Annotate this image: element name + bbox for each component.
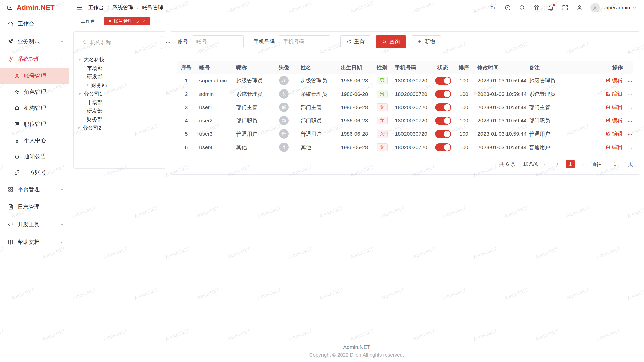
cell-nickname: 超级管理员 bbox=[233, 74, 270, 87]
notification-badge bbox=[553, 4, 555, 6]
status-toggle[interactable] bbox=[435, 77, 451, 85]
search-button[interactable]: 查询 bbox=[376, 35, 406, 48]
tab-refresh-icon[interactable] bbox=[135, 19, 139, 23]
edit-button[interactable]: 编辑 bbox=[606, 104, 623, 111]
tree-node[interactable]: 分公司1 bbox=[78, 89, 161, 98]
sidebar-item-profile[interactable]: 个人中心 bbox=[0, 132, 69, 148]
font-size-icon[interactable]: Tt bbox=[490, 4, 497, 11]
sidebar-item-org[interactable]: 机构管理 bbox=[0, 100, 69, 116]
sidebar-item-label: 职位管理 bbox=[24, 120, 46, 128]
edit-button[interactable]: 编辑 bbox=[606, 90, 623, 97]
sidebar-item-account[interactable]: 账号管理 bbox=[0, 68, 69, 84]
tree-node[interactable]: 研发部 bbox=[78, 107, 161, 115]
reset-button[interactable]: 重置 bbox=[340, 35, 371, 48]
cell-phone: 18020030720 bbox=[391, 74, 432, 87]
cell-account: user3 bbox=[196, 127, 233, 141]
cell-gender: 女 bbox=[373, 141, 391, 154]
sidebar-item-system[interactable]: 系统管理 bbox=[0, 50, 69, 68]
org-search-input[interactable] bbox=[90, 39, 158, 46]
more-actions-icon[interactable] bbox=[627, 145, 633, 151]
more-actions-icon[interactable] bbox=[627, 92, 633, 98]
caret-down-icon[interactable] bbox=[78, 59, 81, 61]
sidebar-item-logs[interactable]: 日志管理 bbox=[0, 198, 69, 216]
phone-input[interactable] bbox=[279, 35, 330, 48]
sidebar-item-role[interactable]: 角色管理 bbox=[0, 84, 69, 100]
cell-phone: 18020030720 bbox=[391, 141, 432, 154]
next-page-button[interactable] bbox=[579, 160, 587, 168]
breadcrumb-item[interactable]: 系统管理 bbox=[112, 4, 134, 11]
sidebar-item-label: 个人中心 bbox=[24, 137, 46, 144]
sidebar-item-platform[interactable]: 平台管理 bbox=[0, 180, 69, 198]
status-toggle[interactable] bbox=[435, 90, 451, 98]
column-header: 账号 bbox=[196, 61, 233, 74]
edit-button[interactable]: 编辑 bbox=[606, 144, 623, 151]
more-actions-icon[interactable] bbox=[627, 79, 633, 84]
caret-right-icon[interactable] bbox=[87, 84, 89, 87]
tree-node[interactable]: 市场部 bbox=[78, 98, 161, 107]
search-icon[interactable] bbox=[519, 4, 526, 11]
tab-active[interactable]: 账号管理 bbox=[104, 17, 150, 25]
sidebar-item-third-party[interactable]: 三方账号 bbox=[0, 164, 69, 180]
breadcrumb-item[interactable]: 工作台 bbox=[88, 4, 104, 11]
profile-icon[interactable] bbox=[576, 4, 583, 11]
chevron-right-icon bbox=[581, 162, 585, 166]
doc-icon bbox=[8, 204, 14, 210]
column-header: 手机号码 bbox=[391, 61, 432, 74]
column-header: 备注 bbox=[526, 61, 602, 74]
tree-node[interactable]: 研发部 bbox=[78, 72, 161, 81]
page-number-button[interactable]: 1 bbox=[566, 160, 575, 168]
gender-tag: 女 bbox=[377, 103, 388, 111]
edit-button[interactable]: 编辑 bbox=[606, 77, 623, 84]
caret-right-icon[interactable] bbox=[78, 126, 80, 129]
cell-index: 2 bbox=[177, 87, 196, 101]
sidebar-item-notice[interactable]: 通知公告 bbox=[0, 148, 69, 164]
page-size-select[interactable]: 10条/页 bbox=[520, 159, 549, 170]
cell-birthdate: 1986-06-28 bbox=[337, 101, 373, 114]
status-toggle[interactable] bbox=[435, 117, 451, 125]
status-toggle[interactable] bbox=[435, 130, 451, 138]
edit-label: 编辑 bbox=[612, 104, 623, 111]
sidebar-item-biz-test[interactable]: 业务测试 bbox=[0, 33, 69, 50]
sidebar-item-workbench[interactable]: 工作台 bbox=[0, 15, 69, 33]
edit-button[interactable]: 编辑 bbox=[606, 130, 623, 137]
sidebar-item-help[interactable]: 帮助文档 bbox=[0, 233, 69, 251]
caret-down-icon[interactable] bbox=[78, 93, 81, 95]
footer: Admin.NET Copyright © 2022 Dilon All rig… bbox=[69, 340, 644, 362]
account-input[interactable] bbox=[192, 35, 244, 48]
edit-button[interactable]: 编辑 bbox=[606, 117, 623, 124]
add-button[interactable]: 新增 bbox=[411, 35, 441, 48]
sidebar-item-position[interactable]: 职位管理 bbox=[0, 116, 69, 132]
more-actions-icon[interactable] bbox=[627, 132, 633, 138]
tree-node[interactable]: 财务部 bbox=[78, 81, 161, 89]
user-menu[interactable]: superadmin bbox=[590, 3, 636, 12]
theme-icon[interactable] bbox=[533, 4, 540, 11]
sidebar-item-devtools[interactable]: 开发工具 bbox=[0, 216, 69, 233]
more-actions-icon[interactable] bbox=[627, 119, 633, 124]
cell-account: user1 bbox=[196, 101, 233, 114]
org-tree-panel: 大名科技市场部研发部财务部分公司1市场部研发部财务部分公司2 bbox=[73, 31, 166, 169]
goto-page-input[interactable] bbox=[606, 159, 624, 170]
search-icon bbox=[382, 39, 387, 44]
notification-bell-icon[interactable] bbox=[547, 4, 554, 11]
status-toggle[interactable] bbox=[435, 103, 451, 111]
prev-page-button[interactable] bbox=[553, 160, 562, 168]
edit-label: 编辑 bbox=[612, 90, 623, 97]
more-actions-icon[interactable] bbox=[627, 105, 633, 111]
cell-nickname: 系统管理员 bbox=[233, 87, 270, 101]
tree-node[interactable]: 市场部 bbox=[78, 64, 161, 72]
sidebar-item-label: 日志管理 bbox=[18, 203, 56, 211]
breadcrumb: 工作台/系统管理/账号管理 bbox=[88, 4, 163, 11]
tree-node[interactable]: 分公司2 bbox=[78, 124, 161, 132]
app-title: Admin.NET bbox=[17, 4, 55, 12]
locale-icon[interactable] bbox=[504, 4, 511, 11]
logo[interactable]: Admin.NET bbox=[0, 0, 69, 15]
sidebar: Admin.NET 工作台业务测试系统管理账号管理角色管理机构管理职位管理个人中… bbox=[0, 0, 69, 362]
status-toggle[interactable] bbox=[435, 143, 451, 151]
menu-fold-icon[interactable] bbox=[76, 4, 83, 11]
tab-close-icon[interactable] bbox=[142, 19, 146, 23]
fullscreen-icon[interactable] bbox=[562, 4, 569, 11]
tree-node[interactable]: 财务部 bbox=[78, 115, 161, 124]
tree-node[interactable]: 大名科技 bbox=[78, 55, 161, 64]
breadcrumb-item[interactable]: 账号管理 bbox=[142, 4, 163, 11]
tab-item[interactable]: 工作台 bbox=[76, 17, 100, 25]
